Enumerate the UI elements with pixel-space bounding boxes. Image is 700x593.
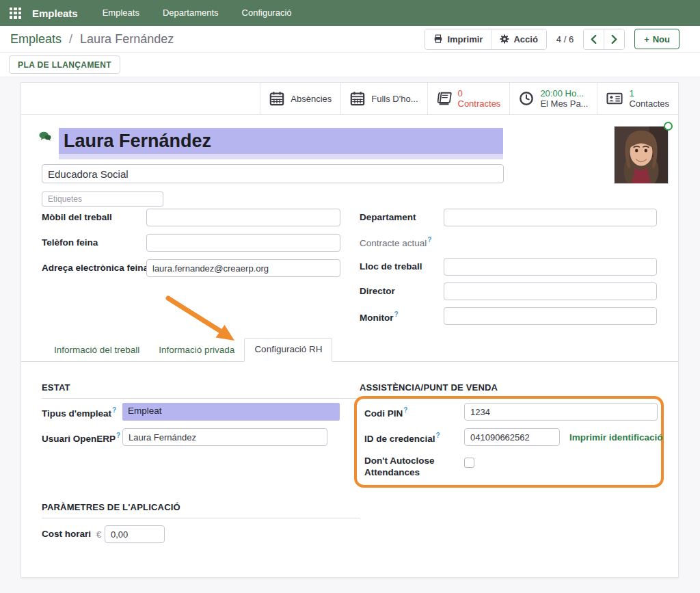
employee-type-value[interactable]: Empleat [122, 403, 340, 421]
print-action-group: Imprimir Acció [425, 29, 546, 50]
smart-button-label: El Mes Pa... [540, 98, 588, 109]
clock-icon [519, 91, 534, 106]
tags-input[interactable] [42, 192, 163, 207]
help-icon: ? [394, 311, 399, 318]
email-input[interactable] [146, 259, 340, 277]
hourly-cost-label: Cost horari [42, 529, 91, 539]
smart-button-absencies[interactable]: Absències [260, 83, 340, 114]
print-badge-link[interactable]: Imprimir identificació [569, 432, 663, 443]
smart-button-contractes[interactable]: 0 Contractes [427, 83, 510, 114]
help-icon: ? [436, 432, 440, 439]
smart-button-timesheets[interactable]: Fulls D'ho... [340, 83, 427, 114]
phone-label: Telèfon feina [42, 237, 98, 248]
book-icon [437, 91, 452, 106]
calendar-icon [269, 91, 284, 106]
nav-item-empleats[interactable]: Empleats [94, 0, 148, 26]
tab-configuracio-rh[interactable]: Configuració RH [244, 338, 332, 362]
pager-next-button[interactable] [604, 29, 624, 49]
help-icon: ? [116, 432, 120, 439]
currency-symbol: € [96, 529, 101, 540]
tab-informacio-del-treball[interactable]: Informació del treball [44, 339, 149, 361]
smart-button-contactes[interactable]: 1 Contactes [597, 83, 678, 114]
help-icon: ? [403, 406, 407, 414]
gear-icon [500, 34, 509, 44]
new-button[interactable]: + Nou [634, 29, 679, 49]
smart-button-label: Contractes [458, 98, 501, 109]
id-card-icon [606, 91, 623, 106]
parametres-section-title: PARÀMETRES DE L'APLICACIÓ [42, 502, 360, 518]
openerp-user-label: Usuari OpenERP? [42, 432, 120, 444]
top-navbar: Empleats Empleats Departaments Configura… [0, 0, 700, 26]
nav-item-departaments[interactable]: Departaments [154, 0, 227, 26]
pager-count: 4 / 6 [556, 34, 574, 44]
smart-button-value: 1 [629, 88, 669, 98]
print-button[interactable]: Imprimir [425, 29, 491, 49]
pin-input[interactable] [464, 403, 658, 421]
email-label: Adreça electrònica feina [42, 263, 148, 273]
plus-icon: + [644, 34, 649, 44]
notebook-tabs: Informació del treball Informació privad… [21, 339, 678, 362]
department-label: Departament [360, 212, 416, 222]
employee-name-field[interactable]: Laura Fernández [59, 128, 503, 154]
job-title-input[interactable] [42, 164, 504, 183]
coach-label: Monitor? [360, 311, 399, 323]
tab-informacio-privada[interactable]: Informació privada [149, 339, 244, 361]
pager-previous-button[interactable] [584, 29, 604, 49]
current-contract-label: Contracte actual? [360, 236, 431, 248]
chat-bubbles-icon [39, 131, 51, 142]
badge-id-input[interactable] [464, 428, 560, 446]
assistencia-section-title: ASSISTÈNCIA/PUNT DE VENDA [360, 382, 659, 399]
app-title: Empleats [32, 8, 78, 19]
main-area: Absències Fulls D'ho... 0 [0, 77, 700, 578]
phone-input[interactable] [146, 234, 340, 252]
pager-buttons [583, 29, 625, 50]
autoclose-label: Don't Autoclose Attendances [364, 455, 450, 478]
coach-input[interactable] [444, 307, 657, 325]
help-icon: ? [112, 406, 116, 414]
department-input[interactable] [444, 209, 657, 226]
breadcrumb-current: Laura Fernández [80, 32, 174, 46]
action-button[interactable]: Acció [491, 29, 546, 49]
action-strip: PLA DE LLANÇAMENT [0, 53, 700, 77]
manager-label: Director [360, 286, 395, 296]
nav-item-configuracio[interactable]: Configuració [234, 0, 300, 26]
launch-plan-button[interactable]: PLA DE LLANÇAMENT [9, 55, 120, 74]
estat-section-title: ESTAT [42, 382, 360, 399]
mobile-label: Mòbil del treball [42, 212, 112, 222]
breadcrumb-separator: / [69, 32, 72, 46]
workplace-label: Lloc de treball [360, 261, 422, 272]
smart-button-label: Contactes [629, 98, 669, 109]
smart-button-row: Absències Fulls D'ho... 0 [21, 83, 678, 115]
autoclose-checkbox[interactable] [464, 458, 474, 468]
employee-name: Laura Fernández [59, 131, 211, 152]
breadcrumb-parent-link[interactable]: Empleats [10, 32, 62, 46]
mobile-input[interactable] [146, 209, 340, 226]
employee-type-label: Tipus d'empleat? [42, 406, 116, 419]
breadcrumb-row: Empleats / Laura Fernández Imprimir [0, 26, 700, 53]
printer-icon [433, 34, 443, 44]
calendar-icon [350, 91, 365, 106]
avatar [614, 126, 669, 184]
breadcrumb: Empleats / Laura Fernández [10, 32, 174, 47]
apps-grid-icon[interactable] [10, 8, 21, 19]
smart-button-value: 0 [458, 88, 501, 98]
manager-input[interactable] [444, 282, 657, 300]
badge-id-label: ID de credencial? [364, 432, 440, 444]
help-icon: ? [427, 236, 431, 243]
employee-form-card: Absències Fulls D'ho... 0 [21, 82, 679, 578]
chevron-right-icon [610, 35, 618, 44]
hourly-cost-input[interactable] [105, 525, 165, 543]
pin-label: Codi PIN? [364, 406, 407, 419]
workplace-input[interactable] [444, 258, 657, 276]
header-actions: Imprimir Acció 4 / 6 [425, 29, 679, 50]
online-status-dot [664, 122, 673, 131]
employee-photo[interactable] [614, 126, 669, 184]
openerp-user-input[interactable] [122, 428, 327, 446]
smart-button-hores[interactable]: 20:00 Ho... El Mes Pa... [509, 83, 597, 114]
chevron-left-icon [590, 35, 597, 44]
smart-button-value: 20:00 Ho... [540, 88, 588, 98]
